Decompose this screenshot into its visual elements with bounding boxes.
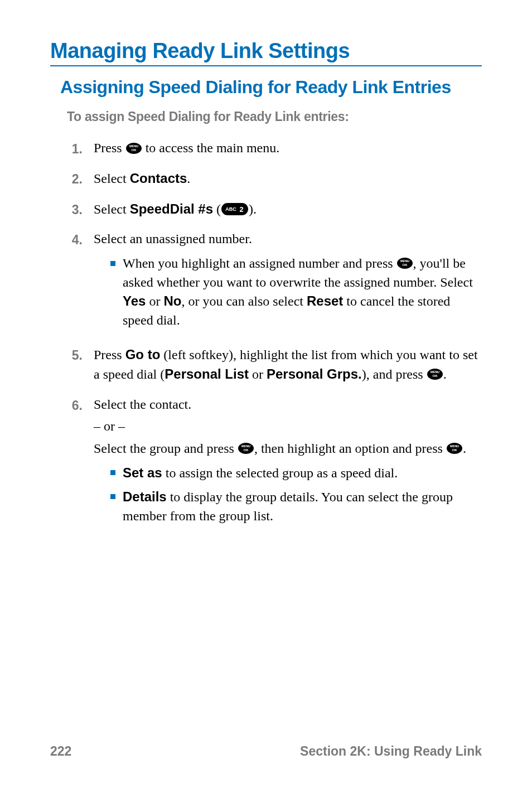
step-text: . xyxy=(443,367,447,381)
menu-ok-icon: MENUOK xyxy=(396,257,413,269)
step-body: Select Contacts. xyxy=(94,169,482,188)
bullet-item: Details to display the group details. Yo… xyxy=(110,487,482,525)
bold-term: Go to xyxy=(125,347,161,362)
step-number: 6. xyxy=(61,395,83,414)
step-text: or xyxy=(249,367,267,381)
menu-ok-icon: MENUOK xyxy=(446,442,463,454)
step-4: 4. Select an unassigned number. When you… xyxy=(61,230,482,334)
svg-text:OK: OK xyxy=(243,448,249,452)
step-text: , then highlight an option and press xyxy=(254,441,446,456)
steps-list: 1. Press MENUOK to access the main menu.… xyxy=(61,139,482,530)
svg-text:MENU: MENU xyxy=(450,444,459,448)
step-1: 1. Press MENUOK to access the main menu. xyxy=(61,139,482,158)
menu-ok-icon: MENUOK xyxy=(238,442,254,454)
step-text: ). xyxy=(249,202,257,216)
bullet-item: When you highlight an assigned number an… xyxy=(110,254,482,330)
bold-term: No xyxy=(163,293,181,308)
step-number: 3. xyxy=(61,200,83,219)
svg-text:MENU: MENU xyxy=(129,144,138,148)
step-text: Press xyxy=(94,347,125,362)
step-text: . xyxy=(463,441,466,456)
page-number: 222 xyxy=(50,744,71,759)
abc-2-key-icon: ABC2 xyxy=(221,202,249,216)
page-title: Managing Ready Link Settings xyxy=(50,39,482,63)
step-number: 2. xyxy=(61,169,83,188)
step-text: Press xyxy=(94,141,125,155)
step-body: Press MENUOK to access the main menu. xyxy=(94,139,482,158)
svg-text:MENU: MENU xyxy=(241,444,250,448)
sub-bullets: Set as to assign the selected group as a… xyxy=(94,463,482,525)
step-text: ( xyxy=(213,202,221,216)
svg-text:2: 2 xyxy=(239,205,243,214)
bullet-text: to display the group details. You can se… xyxy=(123,490,453,523)
bold-term: Personal Grps. xyxy=(267,366,362,381)
bullet-item: Set as to assign the selected group as a… xyxy=(110,463,482,483)
svg-text:OK: OK xyxy=(432,374,438,378)
step-text: Select the group and press xyxy=(94,441,238,456)
step-body: Press Go to (left softkey), highlight th… xyxy=(94,345,482,384)
section-heading: Assigning Speed Dialing for Ready Link E… xyxy=(60,76,482,98)
svg-text:OK: OK xyxy=(402,263,408,267)
bullet-text: to assign the selected group as a speed … xyxy=(162,466,398,480)
step-text: to access the main menu. xyxy=(142,141,280,155)
step-text: . xyxy=(187,171,190,186)
step-text: ), and press xyxy=(362,367,427,381)
step-2: 2. Select Contacts. xyxy=(61,169,482,188)
step-3: 3. Select SpeedDial #s (ABC2). xyxy=(61,200,482,219)
bold-term: Personal List xyxy=(165,366,249,381)
step-text: Select xyxy=(94,202,130,216)
bold-term: Contacts xyxy=(130,171,187,186)
step-text: Select an unassigned number. xyxy=(94,231,252,246)
step-6: 6. Select the contact. – or – Select the… xyxy=(61,395,482,530)
svg-text:OK: OK xyxy=(452,448,457,452)
sub-bullets: When you highlight an assigned number an… xyxy=(94,254,482,330)
step-number: 1. xyxy=(61,139,83,158)
section-label: Section 2K: Using Ready Link xyxy=(300,744,482,759)
step-number: 5. xyxy=(61,345,83,364)
bullet-text: , or you can also select xyxy=(181,294,307,308)
step-text: Select the contact. xyxy=(94,397,191,412)
or-separator: – or – xyxy=(94,417,482,436)
svg-text:ABC: ABC xyxy=(225,206,236,212)
page: Managing Ready Link Settings Assigning S… xyxy=(0,0,532,798)
bullet-text: or xyxy=(146,294,163,308)
menu-ok-icon: MENUOK xyxy=(125,142,142,154)
bold-term: Yes xyxy=(123,293,146,308)
title-rule xyxy=(50,65,482,66)
step-5: 5. Press Go to (left softkey), highlight… xyxy=(61,345,482,384)
step-body: Select the contact. – or – Select the gr… xyxy=(94,395,482,530)
svg-text:MENU: MENU xyxy=(431,370,439,374)
menu-ok-icon: MENUOK xyxy=(427,368,443,380)
svg-text:MENU: MENU xyxy=(400,259,409,263)
step-text: Select xyxy=(94,171,130,186)
step-number: 4. xyxy=(61,230,83,249)
lead-text: To assign Speed Dialing for Ready Link e… xyxy=(67,109,482,124)
svg-text:OK: OK xyxy=(131,148,137,152)
step-body: Select SpeedDial #s (ABC2). xyxy=(94,200,482,219)
bold-term: Details xyxy=(123,489,167,504)
bold-term: Reset xyxy=(307,293,343,308)
step-body: Select an unassigned number. When you hi… xyxy=(94,230,482,334)
bold-term: SpeedDial #s xyxy=(130,201,213,216)
page-footer: 222 Section 2K: Using Ready Link xyxy=(50,744,482,759)
bullet-text: When you highlight an assigned number an… xyxy=(123,256,396,270)
bold-term: Set as xyxy=(123,465,162,480)
